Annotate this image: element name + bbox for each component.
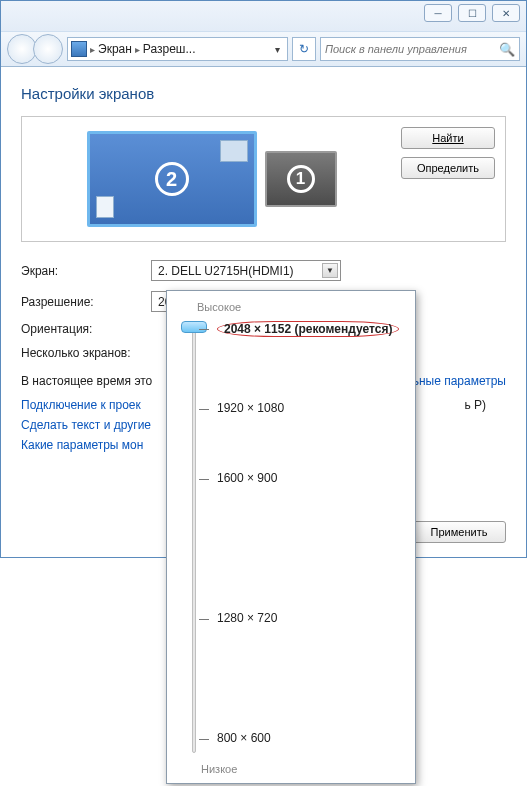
resolution-label: Разрешение: xyxy=(21,295,151,309)
tick-mark xyxy=(199,479,209,480)
resolution-slider[interactable] xyxy=(181,321,207,757)
resolution-option[interactable]: 1600 × 900 xyxy=(217,471,277,485)
refresh-button[interactable]: ↻ xyxy=(292,37,316,61)
window-controls: ─ ☐ ✕ xyxy=(424,4,520,22)
monitor-number: 2 xyxy=(155,162,189,196)
form-row-screen: Экран: 2. DELL U2715H(HDMI1) ▼ xyxy=(21,260,506,281)
popup-high-label: Высокое xyxy=(197,301,405,313)
breadcrumb-sep-icon: ▸ xyxy=(135,44,140,55)
popup-low-label: Низкое xyxy=(201,763,237,775)
apply-button[interactable]: Применить xyxy=(412,521,506,543)
monitor-thumb-icon xyxy=(96,196,114,218)
multiple-label: Несколько экранов: xyxy=(21,346,151,360)
chevron-down-icon: ▼ xyxy=(322,263,338,278)
nav-back-forward xyxy=(7,34,63,64)
breadcrumb-item[interactable]: Разреш... xyxy=(143,42,196,56)
refresh-icon: ↻ xyxy=(299,42,309,56)
resolution-ticks: 2048 × 1152 (рекомендуется)1920 × 108016… xyxy=(217,321,409,757)
slider-thumb[interactable] xyxy=(181,321,207,333)
monitor-2[interactable]: 2 xyxy=(87,131,257,227)
close-button[interactable]: ✕ xyxy=(492,4,520,22)
monitor-1[interactable]: 1 xyxy=(265,151,337,207)
resolution-option[interactable]: 1280 × 720 xyxy=(217,611,277,625)
screen-value: 2. DELL U2715H(HDMI1) xyxy=(158,264,294,278)
breadcrumb-dropdown-icon[interactable]: ▾ xyxy=(270,44,284,55)
monitor-preview-frame: 2 1 Найти Определить xyxy=(21,116,506,242)
search-icon: 🔍 xyxy=(499,42,515,57)
control-panel-icon xyxy=(71,41,87,57)
resolution-popup: Высокое 2048 × 1152 (рекомендуется)1920 … xyxy=(166,290,416,784)
monitor-thumb-icon xyxy=(220,140,248,162)
page-title: Настройки экранов xyxy=(21,85,506,102)
minimize-button[interactable]: ─ xyxy=(424,4,452,22)
screen-dropdown[interactable]: 2. DELL U2715H(HDMI1) ▼ xyxy=(151,260,341,281)
slider-track xyxy=(192,325,196,753)
resolution-option[interactable]: 1920 × 1080 xyxy=(217,401,284,415)
screen-label: Экран: xyxy=(21,264,151,278)
tick-mark xyxy=(199,739,209,740)
resolution-option[interactable]: 800 × 600 xyxy=(217,731,271,745)
monitor-preview[interactable]: 2 1 xyxy=(32,127,391,231)
search-input[interactable] xyxy=(325,43,499,55)
orientation-label: Ориентация: xyxy=(21,322,151,336)
monitor-side-buttons: Найти Определить xyxy=(401,127,495,179)
monitor-number: 1 xyxy=(287,165,315,193)
resolution-option[interactable]: 2048 × 1152 (рекомендуется) xyxy=(217,321,399,337)
tick-mark xyxy=(199,619,209,620)
projector-tail: ь P) xyxy=(464,398,486,412)
breadcrumb-sep-icon: ▸ xyxy=(90,44,95,55)
tick-mark xyxy=(199,329,209,330)
breadcrumb-item[interactable]: Экран xyxy=(98,42,132,56)
titlebar[interactable]: ─ ☐ ✕ xyxy=(1,1,526,31)
find-button[interactable]: Найти xyxy=(401,127,495,149)
breadcrumb[interactable]: ▸ Экран ▸ Разреш... ▾ xyxy=(67,37,288,61)
detect-button[interactable]: Определить xyxy=(401,157,495,179)
navbar: ▸ Экран ▸ Разреш... ▾ ↻ 🔍 xyxy=(1,31,526,67)
tick-mark xyxy=(199,409,209,410)
maximize-button[interactable]: ☐ xyxy=(458,4,486,22)
forward-button[interactable] xyxy=(33,34,63,64)
search-box[interactable]: 🔍 xyxy=(320,37,520,61)
